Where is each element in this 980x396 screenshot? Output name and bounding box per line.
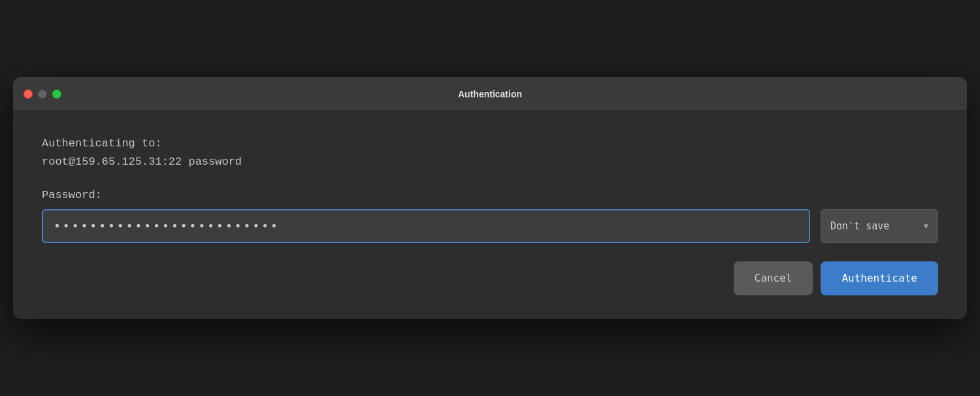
password-row: Don't save ▼: [42, 209, 938, 243]
cancel-button[interactable]: Cancel: [734, 261, 813, 295]
auth-info-value: root@159.65.125.31:22 password: [42, 153, 938, 171]
save-dropdown[interactable]: Don't save ▼: [821, 209, 938, 243]
window-controls: [24, 90, 61, 99]
button-row: Cancel Authenticate: [42, 261, 938, 295]
password-input[interactable]: [42, 209, 810, 243]
dialog-content: Authenticating to: root@159.65.125.31:22…: [13, 111, 967, 318]
close-button[interactable]: [24, 90, 33, 99]
titlebar: Authentication: [13, 77, 967, 111]
window-title: Authentication: [458, 89, 522, 99]
auth-info: Authenticating to: root@159.65.125.31:22…: [42, 135, 938, 170]
save-dropdown-label: Don't save: [830, 220, 916, 232]
maximize-button[interactable]: [52, 90, 61, 99]
chevron-down-icon: ▼: [924, 222, 928, 231]
authenticate-button[interactable]: Authenticate: [821, 261, 938, 295]
password-label: Password:: [42, 189, 938, 201]
authentication-dialog: Authentication Authenticating to: root@1…: [13, 77, 967, 318]
auth-info-label: Authenticating to:: [42, 135, 938, 152]
minimize-button[interactable]: [38, 90, 47, 99]
